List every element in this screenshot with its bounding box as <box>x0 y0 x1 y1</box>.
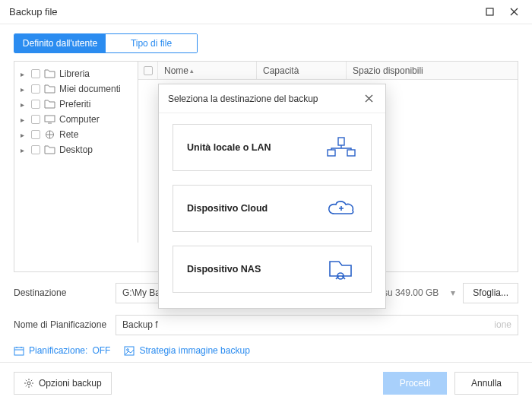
modal-option-cloud[interactable]: Dispositivo Cloud <box>173 185 372 232</box>
folder-icon <box>44 145 55 154</box>
svg-point-6 <box>27 382 30 385</box>
sort-asc-icon: ▴ <box>190 67 194 75</box>
chevron-right-icon: ▸ <box>21 116 27 124</box>
tree-item-rete[interactable]: ▸ Rete <box>19 127 133 142</box>
list-header: Nome ▴ Capacità Spazio disponibili <box>138 62 518 80</box>
close-icon <box>510 8 518 16</box>
column-label: Capacità <box>263 65 299 76</box>
destination-label: Destinazione <box>14 287 108 298</box>
tree-checkbox[interactable] <box>31 100 40 109</box>
tab-file-type[interactable]: Tipo di file <box>106 34 197 52</box>
column-label: Nome <box>164 65 188 76</box>
image-icon <box>124 346 135 356</box>
browse-button-label: Sfoglia... <box>473 287 508 298</box>
source-tree[interactable]: ▸ Libreria ▸ Miei documenti ▸ Preferiti <box>14 62 138 243</box>
schedule-name-field[interactable]: Backup f ione <box>116 315 518 335</box>
tree-checkbox[interactable] <box>31 145 40 154</box>
tree-checkbox[interactable] <box>31 115 40 124</box>
modal-option-local-lan[interactable]: Unità locale o LAN <box>173 124 372 171</box>
window-maximize-button[interactable] <box>477 3 502 21</box>
schedule-name-placeholder-tail: ione <box>494 319 511 330</box>
tree-item-label: Rete <box>59 129 78 140</box>
tree-item-documenti[interactable]: ▸ Miei documenti <box>19 81 133 97</box>
browse-button[interactable]: Sfoglia... <box>463 283 518 303</box>
schedule-name-value: Backup f <box>122 319 158 330</box>
chevron-right-icon: ▸ <box>21 131 27 139</box>
modal-option-label: Dispositivo NAS <box>187 264 324 274</box>
titlebar: Backup file <box>0 0 532 24</box>
tree-item-label: Computer <box>59 114 100 125</box>
tree-checkbox[interactable] <box>31 130 40 139</box>
tab-user-defined[interactable]: Definito dall'utente <box>14 34 106 52</box>
lan-icon <box>324 136 359 159</box>
svg-rect-0 <box>486 8 493 15</box>
proceed-button-label: Procedi <box>400 378 431 389</box>
tree-item-preferiti[interactable]: ▸ Preferiti <box>19 97 133 112</box>
backup-options-label: Opzioni backup <box>39 378 102 389</box>
strategy-link[interactable]: Strategia immagine backup <box>124 345 249 356</box>
svg-rect-1 <box>45 116 55 122</box>
svg-rect-3 <box>14 347 24 355</box>
schedule-state: OFF <box>92 345 110 356</box>
modal-close-button[interactable] <box>361 93 376 105</box>
tree-item-label: Desktop <box>59 144 93 155</box>
schedule-name-label: Nome di Pianificazione <box>14 319 108 330</box>
column-label: Spazio disponibili <box>353 65 423 76</box>
folder-icon <box>44 69 55 78</box>
window-close-button[interactable] <box>502 3 526 21</box>
chevron-right-icon: ▸ <box>21 70 27 78</box>
column-name[interactable]: Nome ▴ <box>158 62 257 79</box>
links-row: Pianificazione: OFF Strategia immagine b… <box>14 345 518 356</box>
modal-option-label: Dispositivo Cloud <box>187 203 324 214</box>
modal-option-nas[interactable]: Dispositivo NAS <box>173 246 372 293</box>
destination-freespace: su 349.00 GB <box>383 287 439 298</box>
computer-icon <box>44 115 55 124</box>
svg-rect-8 <box>328 150 335 156</box>
chevron-right-icon: ▸ <box>21 100 27 109</box>
svg-point-5 <box>127 348 129 351</box>
strategy-link-label: Strategia immagine backup <box>139 345 249 356</box>
column-capacity[interactable]: Capacità <box>257 62 347 79</box>
destination-path: G:\My Ba <box>122 287 160 298</box>
tree-item-libreria[interactable]: ▸ Libreria <box>19 66 133 81</box>
schedule-link-label: Pianificazione: <box>29 345 87 356</box>
tree-item-desktop[interactable]: ▸ Desktop <box>19 142 133 157</box>
gear-icon <box>24 378 34 389</box>
cloud-icon <box>324 198 359 218</box>
tree-item-computer[interactable]: ▸ Computer <box>19 112 133 127</box>
network-icon <box>44 130 55 139</box>
chevron-right-icon: ▸ <box>21 146 27 154</box>
source-tabs: Definito dall'utente Tipo di file <box>14 33 198 53</box>
modal-header: Seleziona la destinazione del backup <box>159 84 385 113</box>
folder-icon <box>44 100 55 109</box>
svg-rect-7 <box>338 138 344 145</box>
tree-checkbox[interactable] <box>31 84 40 94</box>
tree-checkbox[interactable] <box>31 69 40 78</box>
square-icon <box>486 8 494 16</box>
header-checkbox[interactable] <box>144 66 153 75</box>
cancel-button[interactable]: Annulla <box>454 372 518 395</box>
column-free[interactable]: Spazio disponibili <box>347 62 518 79</box>
tree-item-label: Preferiti <box>59 99 90 109</box>
chevron-down-icon[interactable]: ▾ <box>451 287 455 298</box>
tree-item-label: Miei documenti <box>59 84 121 94</box>
modal-title: Seleziona la destinazione del backup <box>168 94 361 104</box>
bottom-bar: Opzioni backup Procedi Annulla <box>0 362 532 403</box>
destination-modal: Seleziona la destinazione del backup Uni… <box>158 84 386 309</box>
nas-icon <box>324 258 359 281</box>
column-check[interactable] <box>138 62 158 79</box>
schedule-link[interactable]: Pianificazione: OFF <box>14 345 110 356</box>
window-title: Backup file <box>9 6 477 17</box>
schedule-name-row: Nome di Pianificazione Backup f ione <box>14 313 518 336</box>
proceed-button[interactable]: Procedi <box>383 372 447 395</box>
tree-item-label: Libreria <box>59 68 90 79</box>
modal-body: Unità locale o LAN Dispositivo Cloud Dis… <box>159 113 385 308</box>
close-icon <box>365 94 373 103</box>
calendar-icon <box>14 346 24 356</box>
modal-option-label: Unità locale o LAN <box>187 142 324 153</box>
folder-icon <box>44 84 55 94</box>
chevron-right-icon: ▸ <box>21 85 27 94</box>
cancel-button-label: Annulla <box>471 378 502 389</box>
backup-options-button[interactable]: Opzioni backup <box>14 372 112 395</box>
svg-rect-9 <box>347 150 355 156</box>
